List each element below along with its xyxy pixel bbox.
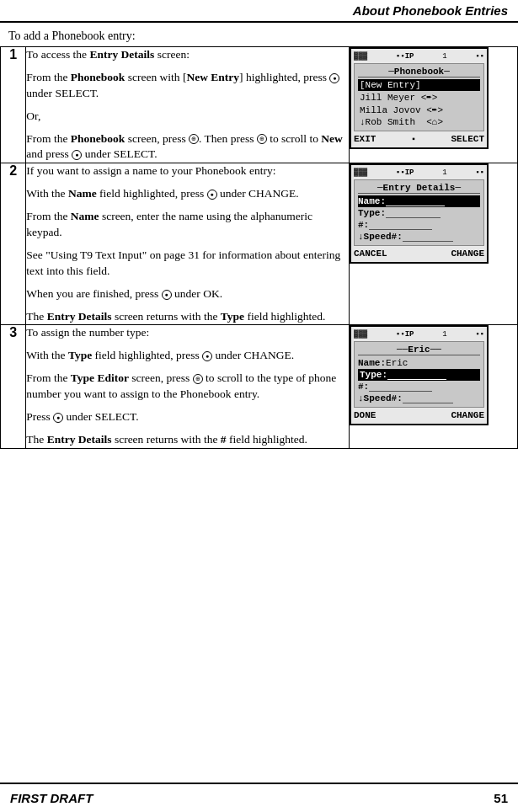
step-1-screen: ▓▓▓ ▪▪IP 1 ▪▪ ─Phonebook─ [New Entry] Ji…: [350, 47, 518, 163]
screen-body-1: ─Phonebook─ [New Entry] Jill Meyer <➨> M…: [354, 63, 484, 131]
footer-page: 51: [494, 791, 508, 805]
step-2-number: 2: [1, 163, 26, 325]
page-header: About Phonebook Entries: [0, 0, 518, 23]
footer-change-3: CHANGE: [451, 410, 484, 420]
footer-change-2: CHANGE: [451, 248, 484, 259]
footer-select: SELECT: [451, 134, 484, 144]
intro-text: To add a Phonebook entry:: [0, 23, 518, 46]
screen-footer-2: CANCEL CHANGE: [354, 248, 484, 259]
step-2-row: 2 If you want to assign a name to your P…: [1, 163, 518, 325]
signal-icon-3: ▓▓▓: [354, 330, 367, 339]
screen-item-jill: Jill Meyer <➨>: [358, 91, 480, 104]
signal-icon: ▓▓▓: [354, 52, 367, 61]
status-bar-3: ▓▓▓ ▪▪IP 1 ▪▪: [354, 330, 484, 339]
step-2-content: If you want to assign a name to your Pho…: [26, 163, 350, 325]
screen-item-new-entry: [New Entry]: [358, 79, 480, 91]
screen-footer-3: DONE CHANGE: [354, 410, 484, 420]
step-1-number: 1: [1, 47, 26, 163]
footer-exit: EXIT: [354, 134, 376, 144]
screen-title-1: ─Phonebook─: [358, 67, 480, 77]
field-name-3: Name: Eric: [358, 357, 480, 369]
footer-done: DONE: [354, 410, 376, 420]
status-icons-2: ▪▪IP: [396, 168, 414, 177]
header-title: About Phonebook Entries: [353, 3, 508, 18]
battery-icon: 1: [442, 52, 446, 61]
field-hash-2: #:: [358, 219, 480, 231]
field-hash-3: #:: [358, 381, 480, 393]
status-bar-1: ▓▓▓ ▪▪IP 1 ▪▪: [354, 52, 484, 61]
screen-1: ▓▓▓ ▪▪IP 1 ▪▪ ─Phonebook─ [New Entry] Ji…: [350, 47, 489, 149]
screen-footer-1: EXIT ▪ SELECT: [354, 134, 484, 144]
footer-cancel: CANCEL: [354, 248, 387, 259]
step-2-screen: ▓▓▓ ▪▪IP 1 ▪▪ ─Entry Details─ Name: Type…: [350, 163, 518, 325]
step-1-content: To access the Entry Details screen: From…: [26, 47, 350, 163]
signal-icon-2: ▓▓▓: [354, 168, 367, 177]
screen-subtitle-3: ──Eric──: [358, 345, 480, 355]
step-3-row: 3 To assign the number type: With the Ty…: [1, 325, 518, 448]
field-speed-2: ↓Speed#:: [358, 231, 480, 243]
footer-label: FIRST DRAFT: [10, 791, 93, 805]
screen-2: ▓▓▓ ▪▪IP 1 ▪▪ ─Entry Details─ Name: Type…: [350, 163, 489, 264]
field-speed-3: ↓Speed#:: [358, 393, 480, 404]
battery-icon-3: 1: [442, 330, 446, 339]
screen-item-rob: ↓Rob Smith <⌂>: [358, 116, 480, 128]
status-icons: ▪▪IP: [396, 52, 414, 61]
field-type-2: Type:: [358, 207, 480, 219]
steps-table: 1 To access the Entry Details screen: Fr…: [0, 46, 518, 449]
screen-item-milla: Milla Jovov <➨>: [358, 104, 480, 116]
screen-3: ▓▓▓ ▪▪IP 1 ▪▪ ──Eric── Name: Eric Type: …: [350, 325, 489, 425]
screen-title-2: ─Entry Details─: [358, 183, 480, 194]
extra-icon-2: ▪▪: [475, 168, 484, 177]
extra-icon: ▪▪: [475, 52, 484, 61]
step-3-screen: ▓▓▓ ▪▪IP 1 ▪▪ ──Eric── Name: Eric Type: …: [350, 325, 518, 448]
step-1-row: 1 To access the Entry Details screen: Fr…: [1, 47, 518, 163]
field-type-3: Type:: [358, 369, 480, 381]
page-footer: FIRST DRAFT 51: [0, 783, 518, 812]
step-3-content: To assign the number type: With the Type…: [26, 325, 350, 448]
screen-body-2: ─Entry Details─ Name: Type: #: ↓Speed#:: [354, 179, 484, 246]
step-3-number: 3: [1, 325, 26, 448]
footer-icon: ▪: [411, 135, 416, 144]
status-icons-3: ▪▪IP: [396, 330, 414, 339]
screen-body-3: ──Eric── Name: Eric Type: #: ↓Speed#:: [354, 341, 484, 408]
field-name-2: Name:: [358, 195, 480, 207]
extra-icon-3: ▪▪: [475, 330, 484, 339]
status-bar-2: ▓▓▓ ▪▪IP 1 ▪▪: [354, 168, 484, 177]
battery-icon-2: 1: [442, 168, 446, 177]
